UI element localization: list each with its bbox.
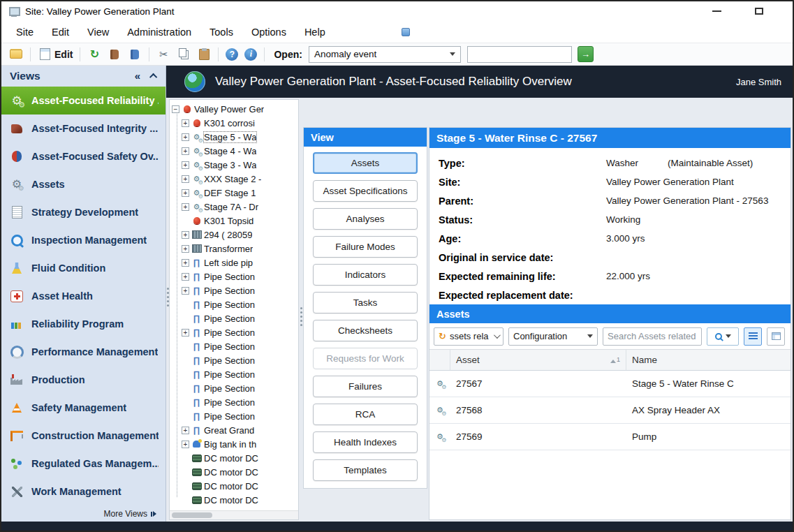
tree-item-stage-3[interactable]: Stage 3 - Wa — [170, 158, 298, 172]
column-header-name[interactable]: Name — [626, 350, 791, 370]
view-button-checksheets[interactable]: Checksheets — [313, 320, 418, 341]
view-button-templates[interactable]: Templates — [313, 459, 418, 481]
tree-item-pipe-section[interactable]: Pipe Section — [170, 311, 298, 325]
relationship-dropdown[interactable]: ssets rela — [434, 327, 503, 346]
sidebar-item-asset-focused-safety[interactable]: Asset-Focused Safety Ov... — [1, 142, 166, 170]
menu-options[interactable]: Options — [242, 24, 295, 40]
card-view-button[interactable] — [767, 327, 785, 346]
expander-icon[interactable] — [182, 441, 189, 448]
tree-item-294[interactable]: 294 ( 28059 — [170, 228, 298, 242]
tree-item-def-stage-1[interactable]: DEF Stage 1 — [170, 186, 298, 200]
tree-item-pipe-section[interactable]: Pipe Section — [170, 325, 298, 339]
sidebar-item-asset-health[interactable]: Asset Health — [1, 282, 166, 310]
view-button-failures[interactable]: Failures — [313, 376, 418, 397]
tree-item-pipe-section[interactable]: Pipe Section — [170, 409, 298, 423]
expander-icon[interactable] — [182, 259, 189, 267]
view-button-assets[interactable]: Assets — [313, 152, 418, 174]
sidebar-splitter[interactable] — [166, 288, 170, 309]
open-text-input[interactable] — [467, 46, 572, 63]
tree-item-k301-topside[interactable]: K301 Topsid — [170, 214, 298, 228]
expander-icon[interactable] — [182, 133, 189, 141]
menu-site[interactable]: Site — [7, 24, 43, 40]
expander-icon[interactable] — [182, 231, 189, 239]
tree-item-pipe-section[interactable]: Pipe Section — [170, 283, 298, 297]
tree-item-valley-power-root[interactable]: Valley Power Ger — [170, 102, 298, 116]
view-button-indicators[interactable]: Indicators — [313, 264, 418, 286]
tree-item-dc-motor[interactable]: DC motor DC — [170, 493, 298, 507]
sidebar-item-performance-management[interactable]: Performance Management — [1, 338, 166, 366]
tree-item-xxx-stage-2[interactable]: XXX Stage 2 - — [170, 172, 298, 186]
tree-item-pipe-section[interactable]: Pipe Section — [170, 381, 298, 395]
expander-icon[interactable] — [182, 161, 189, 169]
tree-item-stage-7a[interactable]: Stage 7A - Dr — [170, 200, 298, 214]
sidebar-item-regulated-gas-management[interactable]: Regulated Gas Managem... — [1, 450, 166, 478]
asset-row-27569[interactable]: 27569 Pump — [429, 424, 791, 450]
expander-icon[interactable] — [182, 119, 189, 127]
minimize-button[interactable] — [712, 10, 721, 12]
column-header-asset[interactable]: Asset 1 — [450, 350, 626, 370]
tree-item-dc-motor[interactable]: DC motor DC — [170, 451, 298, 465]
menu-administration[interactable]: Administration — [118, 24, 200, 40]
refresh-button[interactable] — [85, 46, 103, 63]
tree-item-great-grand[interactable]: Great Grand — [170, 423, 298, 437]
view-button-analyses[interactable]: Analyses — [313, 208, 418, 230]
expander-icon[interactable] — [182, 189, 189, 197]
tree-item-transformer[interactable]: Transformer — [170, 242, 298, 256]
asset-catalog-button[interactable] — [126, 46, 144, 63]
sidebar-item-production[interactable]: Production — [1, 366, 166, 394]
tree-item-stage-5[interactable]: Stage 5 - Wa — [170, 130, 298, 144]
tree-item-k301-corrosion[interactable]: K301 corrosi — [170, 116, 298, 130]
cut-button[interactable] — [154, 46, 172, 63]
expander-icon[interactable] — [182, 273, 189, 281]
sidebar-item-reliability-program[interactable]: Reliability Program — [1, 310, 166, 338]
maximize-button[interactable] — [755, 8, 763, 15]
view-button-rca[interactable]: RCA — [313, 404, 418, 425]
tree-item-pipe-section[interactable]: Pipe Section — [170, 367, 298, 381]
sidebar-item-safety-management[interactable]: Safety Management — [1, 394, 166, 422]
view-button-tasks[interactable]: Tasks — [313, 292, 418, 313]
asset-row-27567[interactable]: 27567 Stage 5 - Water Rinse C — [429, 371, 791, 397]
tree-item-dc-motor[interactable]: DC motor DC — [170, 465, 298, 479]
open-dropdown[interactable]: Anomaly event — [309, 46, 461, 63]
expander-icon[interactable] — [182, 427, 189, 434]
paste-button[interactable] — [195, 46, 213, 63]
sidebar-item-inspection-management[interactable]: Inspection Management — [1, 226, 166, 254]
tree-item-pipe-section[interactable]: Pipe Section — [170, 339, 298, 353]
expander-icon[interactable] — [172, 105, 179, 113]
tree-item-pipe-section[interactable]: Pipe Section — [170, 353, 298, 367]
sidebar-item-assets[interactable]: Assets — [1, 170, 166, 198]
expander-icon[interactable] — [182, 147, 189, 155]
copy-button[interactable] — [175, 46, 193, 63]
scrollbar-thumb[interactable] — [172, 512, 212, 518]
expander-icon[interactable] — [182, 245, 189, 253]
sidebar-item-asset-focused-integrity[interactable]: Asset-Focused Integrity ... — [1, 114, 166, 142]
search-button[interactable] — [707, 327, 739, 346]
tree-splitter[interactable] — [300, 307, 303, 328]
tree-item-pipe-section[interactable]: Pipe Section — [170, 269, 298, 283]
tree-item-pipe-section[interactable]: Pipe Section — [170, 297, 298, 311]
more-views-link[interactable]: More Views — [104, 509, 157, 519]
collapse-left-icon[interactable] — [135, 71, 140, 82]
tree-horizontal-scrollbar[interactable] — [170, 510, 298, 519]
menu-edit[interactable]: Edit — [43, 24, 78, 40]
go-button[interactable] — [578, 46, 594, 62]
sidebar-item-work-management[interactable]: Work Management — [1, 478, 166, 505]
help-button[interactable] — [223, 46, 240, 63]
info-button[interactable] — [242, 46, 259, 63]
expander-icon[interactable] — [182, 175, 189, 183]
sidebar-item-fluid-condition[interactable]: Fluid Condition — [1, 254, 166, 282]
asset-row-27568[interactable]: 27568 AX Spray Header AX — [429, 397, 791, 424]
asset-tools-button[interactable] — [105, 46, 124, 63]
view-button-requests-for-work[interactable]: Requests for Work — [313, 348, 418, 369]
menu-view[interactable]: View — [78, 24, 118, 40]
expander-icon[interactable] — [182, 203, 189, 211]
collapse-up-icon[interactable] — [149, 73, 157, 81]
menu-help[interactable]: Help — [295, 24, 334, 40]
tree-item-stage-4[interactable]: Stage 4 - Wa — [170, 144, 298, 158]
sidebar-item-strategy-development[interactable]: Strategy Development — [1, 198, 166, 226]
sidebar-item-asset-focused-reliability[interactable]: Asset-Focused Reliability ... — [1, 87, 166, 114]
tree-item-big-tank[interactable]: Big tank in th — [170, 437, 298, 451]
menu-tools[interactable]: Tools — [200, 24, 242, 40]
assets-search-input[interactable] — [603, 327, 702, 346]
configuration-dropdown[interactable]: Configuration — [508, 327, 598, 346]
